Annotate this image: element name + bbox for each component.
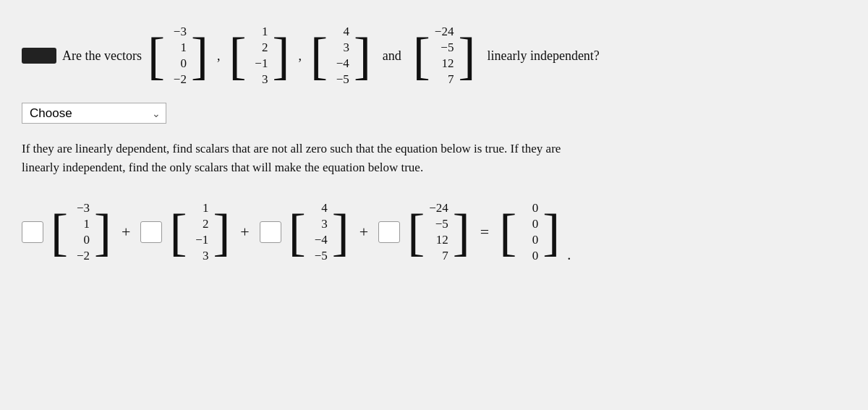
bracket-left-v3: [: [310, 30, 328, 82]
matrix-v1: [ −3 1 0 −2 ]: [148, 22, 208, 90]
eq-bracket-left-v4: [: [407, 206, 425, 258]
eq-matrix-v2: [ 1 2 −1 3 ]: [169, 198, 230, 266]
matrix-v4: [ −24 −5 12 7 ]: [413, 22, 476, 90]
equals-sign: =: [480, 223, 489, 242]
eq-bracket-left-v2: [: [169, 206, 187, 258]
eq-matrix-v1: [ −3 1 0 −2 ]: [51, 198, 111, 266]
eq-bracket-right-v2: ]: [213, 206, 230, 258]
scalar-1-input[interactable]: [22, 221, 43, 243]
bracket-left-v4: [: [413, 30, 430, 82]
description-line1: If they are linearly dependent, find sca…: [22, 142, 561, 155]
comma-1: ,: [217, 48, 221, 64]
question-row: Are the vectors [ −3 1 0 −2 ] , [ 1 2 −1…: [22, 22, 846, 90]
eq-bracket-left-v3: [: [289, 206, 306, 258]
bracket-right-v2: ]: [272, 30, 289, 82]
scalar-2-input[interactable]: [140, 221, 162, 243]
plus-2: +: [240, 223, 249, 242]
comma-2: ,: [298, 48, 302, 64]
equation-row: [ −3 1 0 −2 ] + [ 1 2 −1 3 ] + [ 4 3 −4 …: [22, 198, 846, 266]
eq-matrix-v4: [ −24 −5 12 7 ]: [407, 198, 470, 266]
description-block: If they are linearly dependent, find sca…: [22, 140, 817, 178]
linearly-label: linearly independent?: [487, 48, 599, 64]
matrix-v3: [ 4 3 −4 −5 ]: [310, 22, 371, 90]
plus-3: +: [359, 223, 368, 242]
color-indicator: [22, 48, 56, 64]
bracket-left-v1: [: [148, 30, 165, 82]
eq-bracket-right-v4: ]: [453, 206, 470, 258]
scalar-4-input[interactable]: [378, 221, 400, 243]
bracket-right-v1: ]: [191, 30, 208, 82]
bracket-right-v3: ]: [354, 30, 371, 82]
matrix-v1-cells: −3 1 0 −2: [166, 22, 190, 90]
plus-1: +: [122, 223, 130, 242]
eq-matrix-v3: [ 4 3 −4 −5 ]: [289, 198, 349, 266]
matrix-v4-cells: −24 −5 12 7: [432, 22, 457, 90]
eq-bracket-right-v3: ]: [332, 206, 349, 258]
eq-bracket-right-v1: ]: [94, 206, 111, 258]
and-label: and: [383, 48, 401, 64]
choose-select[interactable]: Choose Yes No: [22, 103, 166, 124]
eq-bracket-left-v1: [: [51, 206, 68, 258]
period: .: [567, 247, 571, 263]
description-line2: linearly independent, find the only scal…: [22, 161, 423, 174]
eq-bracket-right-zero: ]: [542, 206, 560, 258]
choose-wrapper: Choose Yes No ⌄: [22, 103, 166, 124]
matrix-v2: [ 1 2 −1 3 ]: [229, 22, 289, 90]
bracket-right-v4: ]: [458, 30, 475, 82]
matrix-v3-cells: 4 3 −4 −5: [329, 22, 352, 90]
question-label: Are the vectors: [62, 48, 142, 64]
choose-row: Choose Yes No ⌄: [22, 103, 846, 124]
eq-matrix-zero: [ 0 0 0 0 ]: [499, 198, 560, 266]
bracket-left-v2: [: [229, 30, 246, 82]
scalar-3-input[interactable]: [260, 221, 281, 243]
eq-bracket-left-zero: [: [499, 206, 516, 258]
matrix-v2-cells: 1 2 −1 3: [247, 22, 271, 90]
